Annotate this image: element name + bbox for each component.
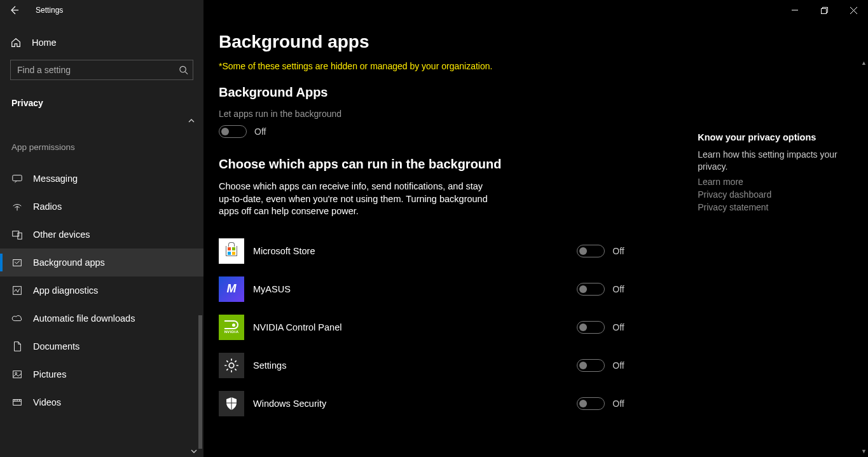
svg-rect-7 [13, 371, 22, 378]
master-toggle[interactable] [219, 125, 247, 138]
app-row-settings: Settings Off [219, 346, 653, 385]
videos-icon [11, 397, 23, 408]
sidebar-item-documents[interactable]: Documents [0, 332, 203, 360]
section-background-apps-title: Background Apps [219, 85, 653, 100]
maximize-button[interactable] [809, 0, 839, 20]
toggle-microsoft-store[interactable] [577, 245, 605, 257]
chevron-up-icon [188, 118, 195, 124]
sidebar-item-automatic-file-downloads[interactable]: Automatic file downloads [0, 304, 203, 332]
app-row-windows-security: Windows Security Off [219, 385, 653, 423]
microsoft-store-icon [219, 238, 244, 264]
master-toggle-label: Let apps run in the background [219, 109, 653, 119]
documents-icon [11, 341, 23, 352]
chevron-down-icon [191, 448, 197, 454]
scroll-down-icon[interactable]: ▼ [861, 448, 867, 454]
pictures-icon [11, 369, 23, 380]
sidebar-group-app-permissions[interactable]: App permissions [0, 136, 203, 158]
radios-icon [11, 201, 23, 212]
sidebar-item-app-diagnostics[interactable]: App diagnostics [0, 276, 203, 304]
titlebar: Settings [0, 0, 868, 20]
app-row-nvidia: NVIDIA NVIDIA Control Panel Off [219, 308, 653, 346]
toggle-settings[interactable] [577, 359, 605, 372]
toggle-myasus[interactable] [577, 283, 605, 296]
toggle-windows-security[interactable] [577, 397, 605, 410]
search-input[interactable] [10, 60, 193, 80]
section-choose-apps-title: Choose which apps can run in the backgro… [219, 157, 653, 172]
search-icon [179, 65, 188, 75]
svg-rect-2 [13, 175, 22, 181]
app-list: Microsoft Store Off M MyASUS Off [219, 232, 653, 423]
home-label: Home [32, 38, 57, 48]
window-controls [780, 0, 868, 20]
sidebar-item-background-apps[interactable]: Background apps [0, 249, 203, 276]
close-button[interactable] [839, 0, 868, 20]
aside-title: Know your privacy options [698, 132, 843, 142]
sidebar-item-videos[interactable]: Videos [0, 388, 203, 416]
master-toggle-state: Off [254, 126, 266, 137]
svg-rect-6 [13, 287, 22, 295]
sidebar-item-pictures[interactable]: Pictures [0, 360, 203, 388]
sidebar-item-other-devices[interactable]: Other devices [0, 221, 203, 249]
nvidia-icon: NVIDIA [219, 315, 244, 340]
section-choose-apps-desc: Choose which apps can receive info, send… [219, 181, 499, 218]
back-button[interactable] [0, 0, 28, 20]
sidebar-item-messaging[interactable]: Messaging [0, 165, 203, 193]
aside-desc: Learn how this setting impacts your priv… [698, 149, 843, 173]
app-diagnostics-icon [11, 285, 23, 296]
svg-point-1 [180, 66, 186, 72]
search-box[interactable] [10, 60, 193, 80]
sidebar-nav: Messaging Radios Other devices Backgroun… [0, 165, 203, 416]
scroll-up-icon[interactable]: ▲ [861, 60, 867, 66]
svg-point-10 [229, 363, 234, 368]
minimize-button[interactable] [780, 0, 809, 20]
app-row-microsoft-store: Microsoft Store Off [219, 232, 653, 270]
settings-app-icon [219, 353, 244, 378]
window-title: Settings [36, 6, 63, 15]
myasus-icon: M [219, 276, 244, 302]
sidebar-scrollbar[interactable] [198, 315, 202, 449]
link-privacy-statement[interactable]: Privacy statement [698, 202, 843, 212]
privacy-aside: Know your privacy options Learn how this… [698, 85, 843, 423]
sidebar-section-privacy[interactable]: Privacy [0, 93, 203, 113]
messaging-icon [11, 173, 23, 184]
other-devices-icon [11, 229, 23, 240]
toggle-nvidia[interactable] [577, 321, 605, 334]
windows-security-icon [219, 391, 244, 416]
link-learn-more[interactable]: Learn more [698, 177, 843, 187]
page-title: Background apps [219, 32, 843, 52]
org-managed-notice: *Some of these settings are hidden or ma… [219, 61, 843, 71]
sidebar: Home Privacy App permissions Messaging [0, 0, 203, 457]
cloud-icon [11, 313, 23, 324]
background-apps-icon [11, 257, 23, 268]
content-area: ▲ ▼ Background apps *Some of these setti… [203, 0, 868, 457]
sidebar-item-radios[interactable]: Radios [0, 193, 203, 221]
app-row-myasus: M MyASUS Off [219, 270, 653, 308]
svg-point-8 [15, 372, 17, 374]
home-button[interactable]: Home [0, 31, 203, 55]
link-privacy-dashboard[interactable]: Privacy dashboard [698, 189, 843, 200]
svg-rect-0 [821, 8, 826, 13]
